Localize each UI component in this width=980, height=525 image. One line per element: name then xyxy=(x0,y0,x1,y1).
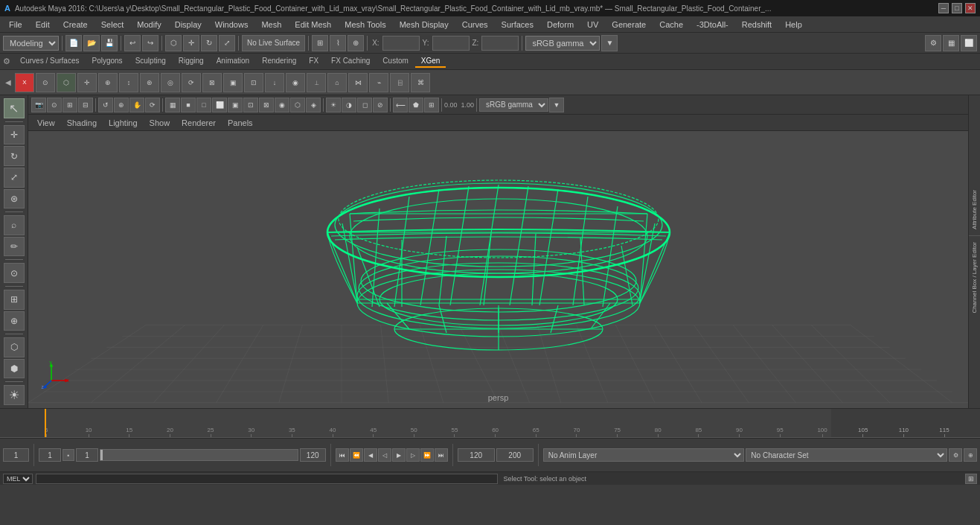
scale-tool-lt[interactable]: ⤢ xyxy=(4,168,25,188)
open-file-button[interactable]: 📂 xyxy=(83,35,100,51)
timeline-ruler[interactable]: 5101520253035404550556065707580859095100… xyxy=(0,409,980,438)
shelf-icon-3[interactable]: ⬡ xyxy=(57,73,76,92)
frame-start-input[interactable] xyxy=(39,448,61,462)
vm-shading[interactable]: Shading xyxy=(61,117,103,129)
shelf-icon-13[interactable]: ↓ xyxy=(265,73,284,92)
vt-btn4[interactable]: ⊟ xyxy=(78,98,93,112)
shelf-tab-rigging[interactable]: Rigging xyxy=(173,55,210,68)
mode-dropdown[interactable]: Modeling xyxy=(3,36,59,51)
show-manip-lt[interactable]: ⊙ xyxy=(4,263,25,283)
char-set-dropdown[interactable]: No Character Set xyxy=(746,448,947,462)
shelf-tab-fx[interactable]: FX xyxy=(303,55,324,68)
menu-display[interactable]: Display xyxy=(169,19,208,31)
vt-display6[interactable]: ◈ xyxy=(306,98,321,112)
menu-deform[interactable]: Deform xyxy=(541,19,580,31)
shelf-icon-1[interactable]: X xyxy=(15,73,34,92)
vt-orbit[interactable]: ↺ xyxy=(98,98,113,112)
menu-redshift[interactable]: Redshift xyxy=(736,19,778,31)
vt-smooth[interactable]: ■ xyxy=(181,98,196,112)
shelf-tab-animation[interactable]: Animation xyxy=(211,55,255,68)
menu-help[interactable]: Help xyxy=(779,19,808,31)
paint-select-lt[interactable]: ✏ xyxy=(4,237,25,257)
camera-btn[interactable]: 📷 xyxy=(31,98,46,112)
menu-uv[interactable]: UV xyxy=(581,19,604,31)
render-lt[interactable]: ☀ xyxy=(4,385,25,405)
range-end-input[interactable] xyxy=(496,448,534,462)
play-forward-button[interactable]: ▶ xyxy=(392,448,406,462)
vt-light[interactable]: ☀ xyxy=(326,98,341,112)
menu-create[interactable]: Create xyxy=(57,19,94,31)
select-tool-button[interactable]: ⬡ xyxy=(165,35,182,51)
command-line-input[interactable] xyxy=(36,474,498,484)
playhead-color[interactable]: ▪ xyxy=(63,449,74,461)
menu-surfaces[interactable]: Surfaces xyxy=(496,19,539,31)
soft-select-lt[interactable]: ⬡ xyxy=(4,337,25,357)
x-input[interactable] xyxy=(382,36,420,51)
next-key-button[interactable]: ⏩ xyxy=(420,448,434,462)
menu-mesh[interactable]: Mesh xyxy=(255,19,287,31)
z-input[interactable] xyxy=(481,36,519,51)
snap-curve-button[interactable]: ⌇ xyxy=(330,35,346,51)
shelf-icon-11[interactable]: ▣ xyxy=(223,73,243,92)
prev-frame-button[interactable]: ◀ xyxy=(364,448,377,462)
shelf-settings-icon[interactable]: ⚙ xyxy=(3,57,10,66)
attribute-editor-tab[interactable]: Attribute Editor xyxy=(970,187,979,232)
menu-mesh-display[interactable]: Mesh Display xyxy=(394,19,455,31)
select-tool-lt[interactable]: ↖ xyxy=(4,98,25,118)
timeline-left-handle[interactable] xyxy=(100,450,103,460)
next-frame-button[interactable]: ▷ xyxy=(406,448,420,462)
menu-3dtoall[interactable]: -3DtoAll- xyxy=(691,19,734,31)
vm-lighting[interactable]: Lighting xyxy=(103,117,144,129)
vt-xray[interactable]: ◻ xyxy=(357,98,372,112)
current-frame-input[interactable] xyxy=(3,448,29,462)
vt-display5[interactable]: ⬡ xyxy=(290,98,305,112)
close-button[interactable]: ✕ xyxy=(965,3,976,13)
play-back-button[interactable]: ◁ xyxy=(378,448,391,462)
restore-button[interactable]: □ xyxy=(952,3,962,13)
shelf-tab-xgen[interactable]: XGen xyxy=(415,55,446,68)
shelf-tab-sculpting[interactable]: Sculpting xyxy=(129,55,172,68)
shelf-icon-20[interactable]: ⌘ xyxy=(411,73,430,92)
menu-file[interactable]: File xyxy=(3,19,28,31)
scale-tool-button[interactable]: ⤢ xyxy=(219,35,235,51)
color-space-arrow[interactable]: ▼ xyxy=(601,35,618,51)
vt-display4[interactable]: ◉ xyxy=(275,98,289,112)
vt-display1[interactable]: ▣ xyxy=(228,98,243,112)
shelf-icon-6[interactable]: ↕ xyxy=(119,73,138,92)
shelf-left-arrow[interactable]: ◀ xyxy=(3,77,13,88)
y-input[interactable] xyxy=(432,36,470,51)
transform-tool-button[interactable]: ✛ xyxy=(183,35,199,51)
shelf-tab-rendering[interactable]: Rendering xyxy=(256,55,302,68)
symmetry-lt[interactable]: ⬢ xyxy=(4,359,25,379)
shelf-icon-8[interactable]: ◎ xyxy=(161,73,180,92)
vt-display2[interactable]: ⊡ xyxy=(243,98,258,112)
vm-view[interactable]: View xyxy=(31,117,61,129)
shelf-icon-14[interactable]: ◉ xyxy=(286,73,305,92)
shelf-icon-19[interactable]: ⌸ xyxy=(390,73,409,92)
lasso-select-lt[interactable]: ⌕ xyxy=(4,215,25,235)
vt-flat[interactable]: □ xyxy=(196,98,211,112)
menu-windows[interactable]: Windows xyxy=(209,19,254,31)
shelf-icon-7[interactable]: ⊛ xyxy=(140,73,159,92)
menu-curves[interactable]: Curves xyxy=(456,19,494,31)
undo-button[interactable]: ↩ xyxy=(124,35,141,51)
menu-select[interactable]: Select xyxy=(95,19,130,31)
shelf-icon-4[interactable]: ✛ xyxy=(77,73,97,92)
channel-box-tab[interactable]: Channel Box / Layer Editor xyxy=(970,239,979,316)
menu-modify[interactable]: Modify xyxy=(131,19,167,31)
grid-button2[interactable]: ▦ xyxy=(943,35,959,51)
shelf-icon-10[interactable]: ⊠ xyxy=(202,73,222,92)
vt-isolate[interactable]: ⊘ xyxy=(373,98,388,112)
vt-shadow[interactable]: ◑ xyxy=(342,98,356,112)
go-end-button[interactable]: ⏭ xyxy=(435,448,448,462)
shelf-icon-9[interactable]: ⟳ xyxy=(182,73,201,92)
frame-end-input[interactable] xyxy=(300,448,326,462)
shelf-tab-custom[interactable]: Custom xyxy=(377,55,414,68)
frame-value-input[interactable] xyxy=(76,448,98,462)
vt-btn3[interactable]: ⊞ xyxy=(63,98,77,112)
snap-point-lt[interactable]: ⊕ xyxy=(4,311,25,331)
vt-snap2[interactable]: ⬟ xyxy=(409,98,423,112)
vt-btn2[interactable]: ⊙ xyxy=(47,98,62,112)
prev-key-button[interactable]: ⏪ xyxy=(350,448,363,462)
script-editor-button[interactable]: ⊞ xyxy=(965,474,977,484)
